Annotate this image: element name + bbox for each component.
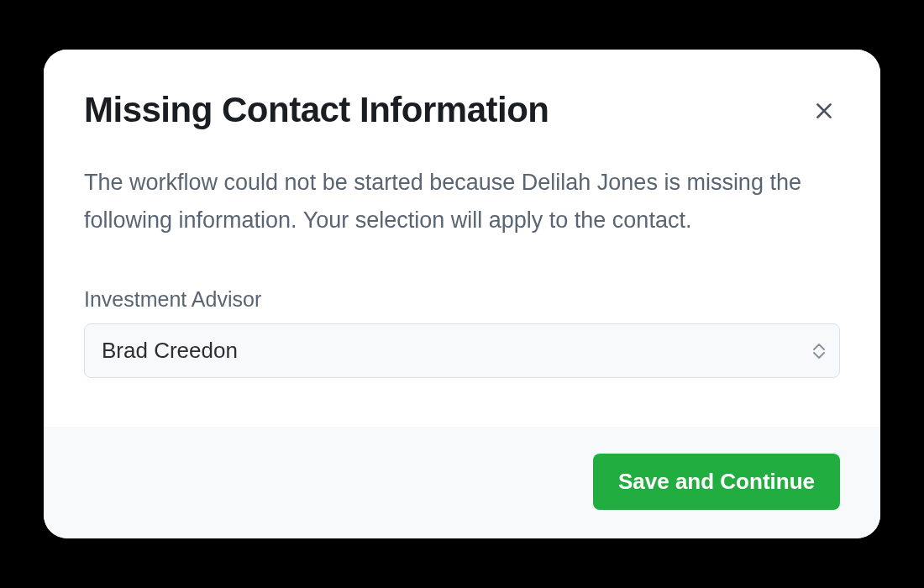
modal-body: Missing Contact Information The workflow…: [44, 50, 880, 427]
advisor-select-wrapper: Brad Creedon: [84, 323, 840, 378]
missing-contact-modal: Missing Contact Information The workflow…: [44, 50, 880, 538]
modal-footer: Save and Continue: [44, 427, 880, 538]
modal-description: The workflow could not be started becaus…: [84, 164, 840, 239]
modal-title: Missing Contact Information: [84, 90, 549, 130]
advisor-field-label: Investment Advisor: [84, 287, 840, 312]
close-button[interactable]: [808, 95, 840, 127]
modal-header: Missing Contact Information: [84, 90, 840, 130]
advisor-select[interactable]: Brad Creedon: [84, 323, 840, 378]
close-icon: [813, 100, 835, 122]
save-and-continue-button[interactable]: Save and Continue: [593, 454, 840, 510]
